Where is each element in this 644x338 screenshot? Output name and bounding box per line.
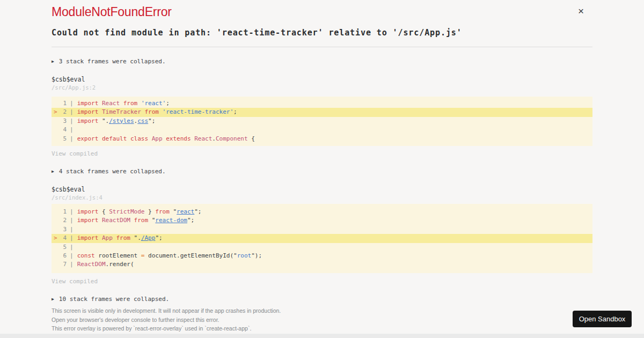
- error-title: ModuleNotFoundError: [52, 5, 172, 19]
- dev-note: This screen is visible only in developme…: [52, 307, 281, 314]
- close-icon[interactable]: ×: [578, 6, 584, 16]
- code-line: 5|: [52, 243, 592, 252]
- code-line: 3|: [52, 225, 592, 234]
- code-line: 5|export default class App extends React…: [52, 135, 592, 143]
- code-line: 6|const rootElement = document.getElemen…: [52, 252, 592, 260]
- triangle-right-icon: ▶: [52, 59, 54, 64]
- code-line: 1|import { StrictMode } from "react";: [52, 208, 592, 216]
- collapsed-frames-toggle[interactable]: ▶ 10 stack frames were collapsed.: [52, 296, 169, 303]
- triangle-right-icon: ▶: [52, 297, 54, 302]
- collapsed-frames-toggle[interactable]: ▶ 3 stack frames were collapsed.: [52, 58, 166, 65]
- collapsed-frames-label: 10 stack frames were collapsed.: [59, 296, 169, 303]
- view-compiled-link[interactable]: View compiled: [52, 150, 98, 157]
- viewport-edge: [0, 334, 644, 338]
- dev-note: Open your browser's developer console to…: [52, 317, 219, 323]
- view-compiled-link[interactable]: View compiled: [52, 278, 98, 285]
- open-sandbox-button[interactable]: Open Sandbox: [573, 311, 632, 327]
- stack-frame-location: /src/index.js:4: [52, 194, 103, 201]
- code-line: 1|import React from 'react';: [52, 99, 592, 108]
- code-line: >4|import App from "./App";: [52, 234, 592, 243]
- code-line: 3|import "./styles.css";: [52, 117, 592, 126]
- code-snippet: 1|import { StrictMode } from "react";2|i…: [52, 204, 592, 273]
- dev-note: This error overlay is powered by `react-…: [52, 325, 251, 332]
- stack-frame-location: /src/App.js:2: [52, 84, 96, 91]
- code-line: >2|import TimeTracker from 'react-time-t…: [52, 108, 592, 116]
- stack-frame-function: $csb$eval: [52, 76, 85, 83]
- collapsed-frames-label: 3 stack frames were collapsed.: [59, 58, 166, 65]
- code-line: 7|ReactDOM.render(: [52, 260, 592, 269]
- code-line: 2|import ReactDOM from "react-dom";: [52, 216, 592, 225]
- collapsed-frames-label: 4 stack frames were collapsed.: [59, 168, 166, 175]
- divider: [52, 47, 592, 47]
- code-line: 4|: [52, 126, 592, 134]
- error-message: Could not find module in path: 'react-ti…: [52, 28, 462, 38]
- collapsed-frames-toggle[interactable]: ▶ 4 stack frames were collapsed.: [52, 168, 166, 175]
- triangle-right-icon: ▶: [52, 169, 54, 174]
- stack-frame-function: $csb$eval: [52, 186, 85, 193]
- code-snippet: 1|import React from 'react';>2|import Ti…: [52, 97, 592, 146]
